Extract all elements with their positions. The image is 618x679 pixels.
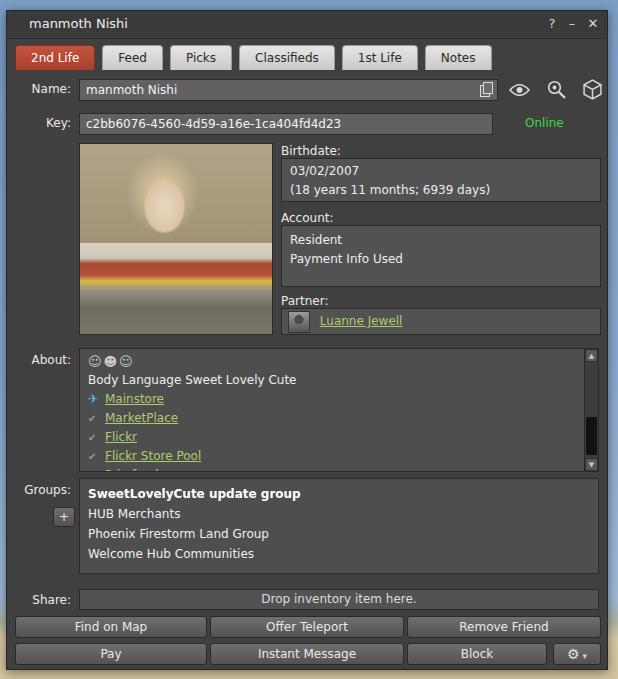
- scroll-down-icon[interactable]: ▼: [585, 458, 598, 471]
- tab-1st-life[interactable]: 1st Life: [342, 45, 418, 70]
- about-emoticons: ☺☻☺: [88, 352, 576, 371]
- about-link-row-flickr-store-pool: ✔Flickr Store Pool: [88, 447, 576, 466]
- account-box: Resident Payment Info Used: [281, 225, 601, 287]
- partner-label: Partner:: [281, 294, 481, 308]
- scroll-up-icon[interactable]: ▲: [585, 349, 598, 362]
- partner-box: Luanne Jewell: [281, 308, 601, 335]
- profile-window: manmoth Nishi ? – ✕ 2nd Life Feed Picks …: [6, 10, 608, 670]
- window-title: manmoth Nishi: [29, 16, 128, 31]
- groups-box: SweetLovelyCute update group HUB Merchan…: [79, 478, 599, 574]
- birthdate-label: Birthdate:: [281, 144, 481, 158]
- account-label: Account:: [281, 211, 481, 225]
- account-type: Resident: [290, 231, 592, 250]
- birthdate-age: (18 years 11 months; 6939 days): [290, 181, 592, 200]
- minimize-button[interactable]: –: [563, 15, 581, 33]
- birthdate-value: 03/02/2007: [290, 162, 592, 181]
- pay-button[interactable]: Pay: [15, 643, 207, 665]
- window-titlebar[interactable]: manmoth Nishi ? – ✕: [7, 11, 607, 39]
- copy-icon[interactable]: [480, 82, 493, 97]
- group-item[interactable]: Welcome Hub Communities: [88, 544, 590, 564]
- gear-icon: ⚙: [567, 646, 580, 662]
- about-content: ☺☻☺ Body Language Sweet Lovely Cute ✈Mai…: [80, 349, 584, 471]
- tab-notes[interactable]: Notes: [425, 45, 492, 70]
- about-scrollbar[interactable]: ▲ ▼: [584, 349, 598, 471]
- help-button[interactable]: ?: [543, 15, 561, 33]
- groups-label: Groups:: [7, 483, 71, 497]
- about-link-primfeed[interactable]: Primfeed: [105, 468, 159, 471]
- about-label: About:: [7, 353, 71, 367]
- close-button[interactable]: ✕: [584, 15, 602, 33]
- birthdate-box: 03/02/2007 (18 years 11 months; 6939 day…: [281, 158, 601, 202]
- about-link-marketplace[interactable]: MarketPlace: [105, 411, 178, 425]
- link-check-icon: ✔: [88, 466, 105, 471]
- chevron-down-icon: ▾: [583, 651, 588, 661]
- key-input[interactable]: [79, 113, 493, 135]
- paper-plane-icon: ✈: [88, 390, 105, 409]
- account-payment-info: Payment Info Used: [290, 250, 592, 269]
- inventory-cube-icon[interactable]: [579, 78, 605, 100]
- scroll-track[interactable]: [585, 362, 598, 458]
- inventory-drop-target[interactable]: Drop inventory item here.: [79, 589, 599, 610]
- group-item[interactable]: Phoenix Firestorm Land Group: [88, 524, 590, 544]
- link-check-icon: ✔: [88, 409, 105, 428]
- desktop-background: manmoth Nishi ? – ✕ 2nd Life Feed Picks …: [0, 0, 618, 679]
- about-link-row-primfeed: ✔Primfeed: [88, 466, 576, 471]
- block-button[interactable]: Block: [407, 643, 547, 665]
- online-status: Online: [525, 116, 564, 130]
- partner-avatar[interactable]: [288, 311, 310, 333]
- about-link-mainstore[interactable]: Mainstore: [105, 392, 164, 406]
- partner-name-link[interactable]: Luanne Jewell: [320, 314, 403, 328]
- link-check-icon: ✔: [88, 428, 105, 447]
- instant-message-button[interactable]: Instant Message: [210, 643, 404, 665]
- scroll-thumb[interactable]: [586, 417, 597, 455]
- profile-tabbar: 2nd Life Feed Picks Classifieds 1st Life…: [15, 45, 492, 70]
- about-intro: Body Language Sweet Lovely Cute: [88, 371, 576, 390]
- remove-friend-button[interactable]: Remove Friend: [407, 616, 601, 638]
- name-input[interactable]: [79, 79, 498, 101]
- about-link-flickr[interactable]: Flickr: [105, 430, 137, 444]
- inspect-magnifier-icon[interactable]: [543, 78, 569, 100]
- group-item[interactable]: HUB Merchants: [88, 504, 590, 524]
- about-link-row-mainstore: ✈Mainstore: [88, 390, 576, 409]
- offer-teleport-button[interactable]: Offer Teleport: [210, 616, 404, 638]
- tab-2nd-life[interactable]: 2nd Life: [15, 45, 95, 70]
- tab-feed[interactable]: Feed: [102, 45, 163, 70]
- group-item[interactable]: SweetLovelyCute update group: [88, 484, 590, 504]
- link-check-icon: ✔: [88, 447, 105, 466]
- about-link-row-marketplace: ✔MarketPlace: [88, 409, 576, 428]
- key-label: Key:: [7, 116, 71, 130]
- tab-classifieds[interactable]: Classifieds: [239, 45, 335, 70]
- about-link-row-flickr: ✔Flickr: [88, 428, 576, 447]
- add-group-button[interactable]: +: [53, 507, 75, 527]
- tab-picks[interactable]: Picks: [170, 45, 232, 70]
- find-on-map-button[interactable]: Find on Map: [15, 616, 207, 638]
- gear-menu-button[interactable]: ⚙▾: [553, 643, 601, 665]
- share-label: Share:: [7, 593, 71, 607]
- profile-photo[interactable]: [79, 143, 273, 335]
- name-label: Name:: [7, 82, 71, 96]
- eye-icon[interactable]: [506, 79, 532, 101]
- about-link-flickr-store-pool[interactable]: Flickr Store Pool: [105, 449, 201, 463]
- about-box[interactable]: ☺☻☺ Body Language Sweet Lovely Cute ✈Mai…: [79, 348, 599, 472]
